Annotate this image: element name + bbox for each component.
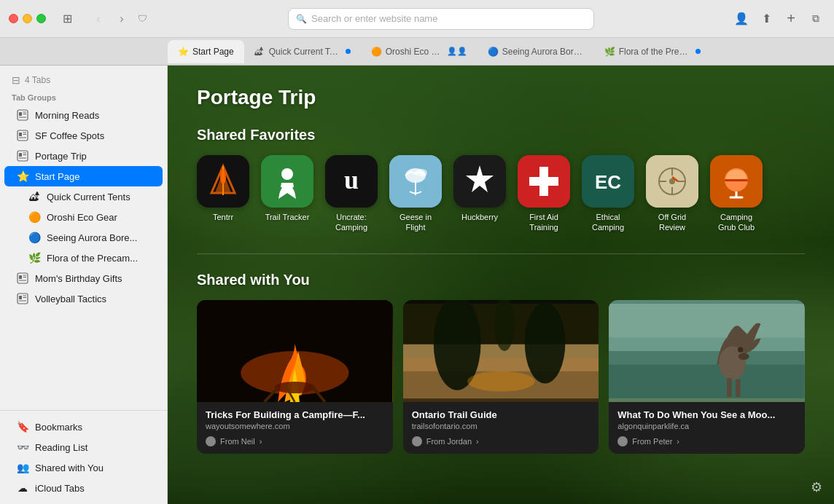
sidebar-item-quick-current[interactable]: 🏕 Quick Current Tents bbox=[4, 186, 163, 207]
sidebar-item-aurora-label: Seeing Aurora Bore... bbox=[47, 232, 137, 243]
tab-favicon-oroshi: 🟠 bbox=[371, 47, 381, 57]
titlebar: ⊞ ‹ › 🛡 🔍 Search or enter website name 👤… bbox=[0, 0, 834, 38]
flora-icon: 🌿 bbox=[28, 251, 41, 264]
card-domain-moose: algonquinparklife.ca bbox=[617, 422, 796, 430]
tab-label-quick: Quick Current Tents bbox=[269, 47, 340, 57]
sidebar-item-bookmarks[interactable]: 🔖 Bookmarks bbox=[4, 417, 163, 437]
svg-rect-11 bbox=[19, 153, 22, 157]
favorite-geese[interactable]: Geese in Flight bbox=[389, 155, 442, 233]
tabs-count-row: ⊟ 4 Tabs bbox=[0, 71, 167, 87]
sidebar-item-sf-coffee[interactable]: SF Coffee Spots bbox=[4, 125, 163, 146]
shared-with-you-grid: Tricks For Building a Campfire—F... wayo… bbox=[197, 300, 805, 454]
tab-label-start: Start Page bbox=[192, 47, 234, 57]
forward-button[interactable]: › bbox=[112, 9, 132, 29]
card-body-trail: Ontario Trail Guide trailsofontario.com … bbox=[403, 402, 599, 454]
sidebar-item-morning-reads[interactable]: Morning Reads bbox=[4, 105, 163, 125]
favorite-ec[interactable]: EC Ethical Camping bbox=[582, 155, 634, 233]
icloud-tabs-icon: ☁ bbox=[16, 481, 29, 495]
minimize-button[interactable] bbox=[23, 14, 32, 23]
divider bbox=[197, 253, 805, 254]
svg-rect-77 bbox=[736, 379, 741, 397]
shared-card-campfire[interactable]: Tricks For Building a Campfire—F... wayo… bbox=[197, 300, 393, 454]
favorite-trail-tracker[interactable]: Trail Tracker bbox=[261, 155, 313, 233]
favorite-camping-grub[interactable]: Camping Grub Club bbox=[710, 155, 763, 233]
tab-start-page[interactable]: ⭐ Start Page bbox=[168, 40, 244, 63]
favorite-uncrate[interactable]: u Uncrate: Camping bbox=[325, 155, 378, 233]
sidebar-item-reading-list[interactable]: 👓 Reading List bbox=[4, 437, 163, 457]
svg-rect-16 bbox=[19, 275, 22, 279]
svg-rect-41 bbox=[529, 177, 558, 186]
shared-card-moose[interactable]: What To Do When You See a Moo... algonqu… bbox=[609, 300, 805, 454]
shared-favorites-title: Shared Favorites bbox=[197, 127, 805, 143]
tentrr-icon bbox=[197, 155, 249, 208]
sidebar-item-flora[interactable]: 🌿 Flora of the Precam... bbox=[4, 248, 163, 268]
svg-point-79 bbox=[738, 353, 749, 359]
from-chevron-jordan: › bbox=[476, 437, 479, 446]
quick-current-icon: 🏕 bbox=[28, 190, 41, 203]
tab-flora[interactable]: 🌿 Flora of the Precambi... bbox=[594, 40, 711, 63]
favorite-huckberry[interactable]: Huckberry bbox=[453, 155, 506, 233]
geese-label: Geese in Flight bbox=[390, 212, 441, 233]
sf-coffee-icon bbox=[16, 129, 29, 142]
moms-bday-icon bbox=[16, 272, 29, 285]
card-image-trail bbox=[403, 300, 599, 402]
sidebar-item-moms-bday[interactable]: Mom's Birthday Gifts bbox=[4, 268, 163, 288]
tabs-icon: ⊟ bbox=[12, 74, 20, 86]
svg-rect-6 bbox=[19, 133, 22, 136]
svg-point-59 bbox=[275, 382, 316, 393]
shared-with-you-icon: 👥 bbox=[16, 461, 29, 474]
sidebar-item-start-page[interactable]: ⭐ Start Page bbox=[4, 166, 163, 186]
from-avatar-jordan bbox=[412, 436, 422, 446]
camping-grub-icon bbox=[710, 155, 763, 208]
card-domain-campfire: wayoutsomewhere.com bbox=[206, 422, 384, 430]
off-grid-label: Off Grid Review bbox=[647, 212, 698, 233]
trail-tracker-label: Trail Tracker bbox=[265, 212, 310, 222]
sidebar-item-portage-trip-label: Portage Trip bbox=[35, 151, 87, 162]
start-page-content: Portage Trip Shared Favorites Tent bbox=[168, 66, 834, 504]
favorites-grid: Tentrr Trail Tracker bbox=[197, 155, 805, 233]
card-body-campfire: Tricks For Building a Campfire—F... wayo… bbox=[197, 402, 393, 454]
favorite-first-aid[interactable]: First Aid Training bbox=[518, 155, 570, 233]
search-icon: 🔍 bbox=[296, 14, 307, 24]
sidebar-item-shared-with-you[interactable]: 👥 Shared with You bbox=[4, 457, 163, 478]
sidebar-item-icloud-tabs[interactable]: ☁ iCloud Tabs bbox=[4, 478, 163, 498]
sidebar-item-sf-coffee-label: SF Coffee Spots bbox=[35, 130, 104, 141]
sidebar-item-aurora[interactable]: 🔵 Seeing Aurora Bore... bbox=[4, 227, 163, 248]
svg-point-31 bbox=[281, 168, 293, 180]
address-bar-container: 🔍 Search or enter website name bbox=[162, 8, 720, 30]
card-from-campfire: From Neil › bbox=[206, 436, 384, 446]
share-icon[interactable]: ⬆ bbox=[757, 9, 776, 28]
sidebar-item-volleyball[interactable]: Volleyball Tactics bbox=[4, 288, 163, 309]
tab-switcher-button[interactable]: ⧉ bbox=[806, 9, 825, 28]
sidebar-item-quick-current-label: Quick Current Tents bbox=[47, 192, 130, 202]
back-button[interactable]: ‹ bbox=[88, 9, 109, 29]
shared-card-trail[interactable]: Ontario Trail Guide trailsofontario.com … bbox=[403, 300, 599, 454]
volleyball-icon bbox=[16, 292, 29, 305]
from-avatar-neil bbox=[206, 436, 216, 446]
tab-dot-quick bbox=[346, 49, 351, 54]
maximize-button[interactable] bbox=[36, 14, 46, 23]
page-title: Portage Trip bbox=[197, 86, 805, 109]
svg-point-70 bbox=[467, 371, 535, 391]
geese-icon bbox=[389, 155, 442, 208]
favorite-off-grid[interactable]: Off Grid Review bbox=[646, 155, 698, 233]
sidebar-toggle-button[interactable]: ⊞ bbox=[58, 9, 77, 28]
sidebar-item-oroshi[interactable]: 🟠 Oroshi Eco Gear bbox=[4, 207, 163, 227]
from-label-jordan: From Jordan bbox=[426, 437, 472, 446]
user-icon[interactable]: 👤 bbox=[732, 9, 751, 28]
svg-point-68 bbox=[524, 302, 565, 383]
close-button[interactable] bbox=[9, 14, 18, 23]
tab-favicon-flora: 🌿 bbox=[604, 47, 615, 57]
address-bar[interactable]: 🔍 Search or enter website name bbox=[288, 8, 594, 30]
svg-text:u: u bbox=[344, 165, 359, 194]
customize-button[interactable]: ⚙ bbox=[811, 479, 822, 495]
new-tab-button[interactable]: + bbox=[782, 9, 800, 28]
tab-oroshi[interactable]: 🟠 Oroshi Eco Gear 👤👤 bbox=[361, 40, 478, 63]
tab-aurora[interactable]: 🔵 Seeing Aurora Boreali... bbox=[478, 40, 594, 63]
sidebar-item-portage-trip[interactable]: Portage Trip bbox=[4, 146, 163, 166]
camping-grub-label: Camping Grub Club bbox=[711, 212, 762, 233]
favorite-tentrr[interactable]: Tentrr bbox=[197, 155, 249, 233]
reading-list-icon: 👓 bbox=[16, 441, 29, 454]
tab-favicon-quick: 🏕 bbox=[254, 47, 265, 57]
tab-quick-current[interactable]: 🏕 Quick Current Tents bbox=[244, 40, 361, 63]
